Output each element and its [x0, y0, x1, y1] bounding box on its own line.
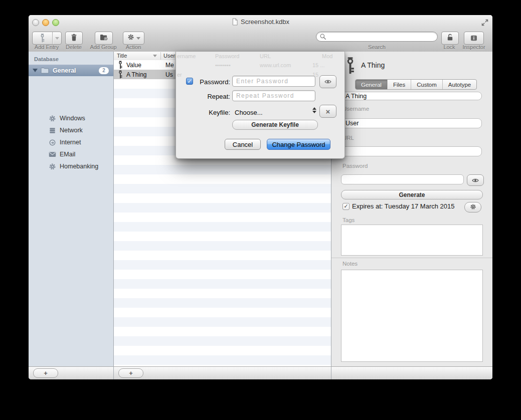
- tab-files[interactable]: Files: [388, 80, 411, 89]
- gear-icon: [48, 163, 56, 170]
- search-icon: [319, 33, 326, 40]
- clear-keyfile-button[interactable]: ×: [319, 105, 336, 118]
- window-title-group: Screenshot.kdbx: [29, 18, 492, 26]
- column-divider[interactable]: [160, 52, 161, 60]
- expires-checkbox[interactable]: ✓: [342, 203, 350, 210]
- chevron-down-icon: [136, 37, 140, 40]
- username-field[interactable]: [341, 118, 482, 128]
- expires-options-button[interactable]: [464, 202, 481, 213]
- inspector-footer: [331, 366, 492, 379]
- bleed-header-modified: Mod: [322, 53, 332, 59]
- trash-icon: [70, 34, 78, 43]
- window-title: Screenshot.kdbx: [241, 18, 289, 26]
- window-chrome: Screenshot.kdbx Add Entry Delete Add Gro…: [29, 15, 492, 52]
- chevron-down-icon[interactable]: [53, 37, 61, 40]
- group-label: General: [53, 67, 76, 74]
- tab-autotype[interactable]: Autotype: [443, 80, 476, 89]
- sidebar-item-label: Windows: [60, 115, 85, 122]
- key-icon: [33, 34, 52, 43]
- count-badge: 2: [99, 67, 109, 74]
- bleed-header-url: URL: [260, 53, 271, 59]
- new-password-input[interactable]: [232, 76, 315, 87]
- add-entry-plus-button[interactable]: +: [118, 368, 143, 378]
- folder-plus-icon: [100, 34, 108, 43]
- server-icon: [48, 127, 56, 134]
- inspector-panel: A Thing General Files Custom Autotype Us…: [331, 52, 492, 379]
- key-icon: [345, 57, 356, 77]
- generate-keyfile-button[interactable]: Generate Keyfile: [232, 120, 318, 130]
- tags-label: Tags: [342, 217, 355, 223]
- search-label: Search: [316, 44, 438, 50]
- reveal-password-button[interactable]: [319, 75, 336, 88]
- sidebar-header: Database: [34, 56, 59, 62]
- url-field[interactable]: [341, 146, 482, 156]
- change-password-sheet: ername Password URL Mod •••••••• www.url…: [176, 52, 345, 159]
- section-divider: [331, 258, 492, 258]
- action-label: Action: [118, 44, 148, 50]
- sidebar-item-internet[interactable]: Internet: [29, 136, 113, 148]
- document-icon: [232, 18, 238, 26]
- inspector-button[interactable]: [464, 32, 484, 45]
- eye-icon: [472, 176, 479, 185]
- generate-button[interactable]: Generate: [341, 190, 483, 199]
- expires-row: ✓ Expires at: Tuesday 17 March 2015: [342, 202, 455, 210]
- delete-button[interactable]: [65, 32, 83, 45]
- sidebar-divider[interactable]: [113, 52, 114, 379]
- stepper-icon[interactable]: [312, 107, 316, 113]
- table-footer: [114, 366, 331, 379]
- sidebar-item-network[interactable]: Network: [29, 124, 113, 136]
- add-group-button[interactable]: [95, 32, 113, 45]
- tab-custom[interactable]: Custom: [411, 80, 443, 89]
- password-label: Password: [342, 163, 368, 169]
- key-icon: [118, 61, 123, 69]
- lock-open-icon: [446, 34, 454, 43]
- column-header-title[interactable]: Title: [117, 53, 127, 59]
- tab-general[interactable]: General: [356, 80, 388, 89]
- bleed-row1-modified: 15 ...: [312, 62, 324, 68]
- desktop: { "window": { "title": "Screenshot.kdbx"…: [0, 0, 521, 420]
- close-icon: ×: [326, 108, 330, 115]
- change-password-button[interactable]: Change Password: [267, 139, 330, 150]
- keyfile-popup-value[interactable]: Choose...: [235, 109, 263, 116]
- add-entry-label: Add Entry: [29, 44, 65, 50]
- add-group-plus-button[interactable]: +: [33, 368, 58, 378]
- sidebar-item-homebanking[interactable]: Homebanking: [29, 160, 113, 172]
- title-field[interactable]: [341, 92, 482, 100]
- lock-button[interactable]: [441, 32, 459, 45]
- delete-label: Delete: [63, 44, 84, 50]
- password-label: Password:: [176, 78, 230, 86]
- entry-username: Me: [165, 62, 174, 69]
- tags-field[interactable]: [341, 225, 483, 256]
- search-input[interactable]: [328, 33, 434, 41]
- sidebar-group-general[interactable]: General 2: [29, 65, 113, 76]
- gear-icon: [127, 34, 134, 43]
- notes-field[interactable]: [341, 270, 483, 362]
- search-field[interactable]: [316, 32, 438, 42]
- disclosure-triangle-icon[interactable]: [33, 69, 38, 72]
- folder-icon: [41, 67, 49, 74]
- inspector-label: Inspector: [458, 44, 489, 50]
- sidebar: Database General 2 Windows Network Inter…: [29, 52, 113, 366]
- bleed-header-username: ername: [177, 53, 196, 59]
- repeat-password-input[interactable]: [232, 90, 315, 101]
- sidebar-item-label: Network: [60, 127, 83, 134]
- eye-icon: [324, 77, 331, 86]
- password-field[interactable]: [341, 174, 464, 184]
- add-group-label: Add Group: [87, 44, 120, 50]
- cancel-button[interactable]: Cancel: [225, 139, 261, 150]
- add-entry-button[interactable]: [32, 32, 62, 45]
- sidebar-item-label: Internet: [60, 139, 81, 146]
- bleed-row1-password: ••••••••: [215, 62, 231, 68]
- sidebar-item-windows[interactable]: Windows: [29, 112, 113, 124]
- bleed-header-password: Password: [215, 53, 239, 59]
- repeat-label: Repeat:: [176, 93, 230, 100]
- app-window: Screenshot.kdbx Add Entry Delete Add Gro…: [29, 15, 492, 379]
- reveal-password-button[interactable]: [467, 174, 484, 186]
- gear-icon: [48, 115, 56, 122]
- action-button[interactable]: [123, 32, 144, 45]
- envelope-icon: [48, 151, 56, 157]
- globe-icon: [48, 139, 56, 146]
- key-icon: [118, 70, 123, 79]
- fullscreen-icon[interactable]: [481, 19, 488, 28]
- sidebar-item-email[interactable]: EMail: [29, 148, 113, 160]
